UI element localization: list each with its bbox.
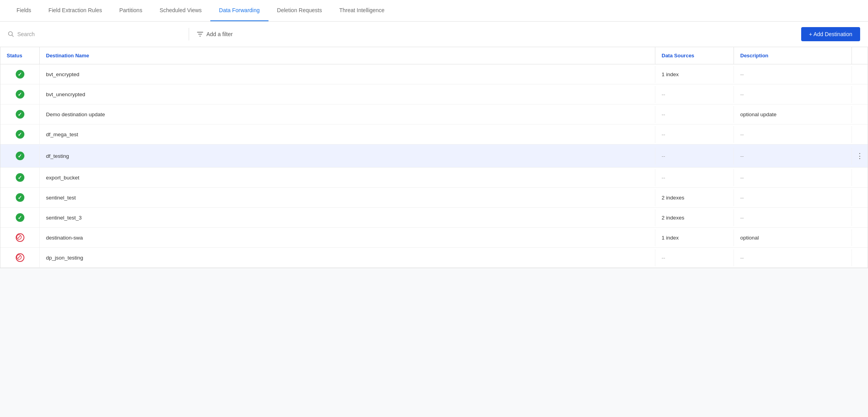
actions-cell xyxy=(852,89,868,100)
description-cell: -- xyxy=(734,148,852,165)
status-cell xyxy=(0,104,40,124)
destination-name-cell: dp_json_testing xyxy=(40,249,655,266)
status-ok-icon xyxy=(16,152,24,160)
table-row[interactable]: df_mega_test---- xyxy=(0,124,868,144)
more-actions-button[interactable]: ⋮ xyxy=(853,150,866,162)
table-scroll-wrapper: Status Destination Name Data Sources Des… xyxy=(0,47,868,268)
status-blocked-icon xyxy=(16,253,24,262)
actions-cell: ⋮ xyxy=(852,144,868,167)
col-header-destination-name: Destination Name xyxy=(40,47,655,64)
table-row[interactable]: sentinel_test_32 indexes-- xyxy=(0,208,868,228)
col-header-status: Status xyxy=(0,47,40,64)
status-cell xyxy=(0,248,40,267)
status-ok-icon xyxy=(16,110,24,119)
data-table: Status Destination Name Data Sources Des… xyxy=(0,47,868,268)
data-sources-cell: -- xyxy=(655,86,734,103)
search-placeholder: Search xyxy=(17,31,35,37)
data-sources-cell: -- xyxy=(655,169,734,186)
search-box[interactable]: Search xyxy=(8,31,181,37)
destination-name-cell: export_bucket xyxy=(40,169,655,186)
toolbar: Search Add a filter + Add Destination xyxy=(0,22,868,47)
actions-cell xyxy=(852,172,868,183)
table-row[interactable]: destination-swa1 indexoptional xyxy=(0,228,868,248)
svg-line-1 xyxy=(12,35,14,37)
description-cell: optional xyxy=(734,229,852,246)
destination-name-cell: destination-swa xyxy=(40,229,655,246)
actions-cell xyxy=(852,252,868,263)
status-cell xyxy=(0,228,40,247)
tab-threat-intelligence[interactable]: Threat Intelligence xyxy=(331,0,393,21)
destination-name-cell: sentinel_test_3 xyxy=(40,209,655,226)
status-cell xyxy=(0,188,40,207)
actions-cell xyxy=(852,129,868,140)
tab-data-forwarding[interactable]: Data Forwarding xyxy=(210,0,268,21)
table-row[interactable]: dp_json_testing---- xyxy=(0,248,868,268)
destination-name-cell: df_mega_test xyxy=(40,126,655,143)
tab-deletion-requests[interactable]: Deletion Requests xyxy=(268,0,331,21)
status-ok-icon xyxy=(16,173,24,182)
table-header: Status Destination Name Data Sources Des… xyxy=(0,47,868,64)
data-sources-cell: 1 index xyxy=(655,66,734,83)
actions-cell xyxy=(852,69,868,80)
table-row[interactable]: sentinel_test2 indexes-- xyxy=(0,188,868,208)
data-sources-cell: 2 indexes xyxy=(655,189,734,206)
description-cell: -- xyxy=(734,66,852,83)
status-blocked-icon xyxy=(16,233,24,242)
data-sources-cell: -- xyxy=(655,126,734,143)
status-ok-icon xyxy=(16,193,24,202)
destination-name-cell: bvt_encrypted xyxy=(40,66,655,83)
data-sources-cell: -- xyxy=(655,106,734,123)
destination-name-cell: Demo destination update xyxy=(40,106,655,123)
actions-cell xyxy=(852,212,868,223)
data-sources-cell: 1 index xyxy=(655,229,734,246)
data-sources-cell: 2 indexes xyxy=(655,209,734,226)
actions-cell xyxy=(852,109,868,120)
table-row[interactable]: bvt_unencrypted---- xyxy=(0,84,868,104)
status-cell xyxy=(0,64,40,84)
tab-scheduled-views[interactable]: Scheduled Views xyxy=(151,0,210,21)
search-icon xyxy=(8,31,14,37)
description-cell: -- xyxy=(734,189,852,206)
data-sources-cell: -- xyxy=(655,148,734,165)
description-cell: optional update xyxy=(734,106,852,123)
col-header-data-sources: Data Sources xyxy=(655,47,734,64)
actions-cell xyxy=(852,192,868,203)
filter-label: Add a filter xyxy=(206,31,233,37)
table-row[interactable]: df_testing----⋮ xyxy=(0,144,868,168)
filter-box[interactable]: Add a filter xyxy=(197,31,233,37)
status-cell xyxy=(0,84,40,104)
status-cell xyxy=(0,124,40,144)
col-header-description: Description xyxy=(734,47,852,64)
status-ok-icon xyxy=(16,213,24,222)
description-cell: -- xyxy=(734,249,852,266)
description-cell: -- xyxy=(734,126,852,143)
description-cell: -- xyxy=(734,169,852,186)
add-destination-button[interactable]: + Add Destination xyxy=(801,27,860,41)
status-cell xyxy=(0,146,40,166)
destination-name-cell: df_testing xyxy=(40,148,655,165)
data-sources-cell: -- xyxy=(655,249,734,266)
divider xyxy=(189,28,189,40)
table-row[interactable]: export_bucket---- xyxy=(0,168,868,188)
destination-name-cell: sentinel_test xyxy=(40,189,655,206)
status-cell xyxy=(0,168,40,187)
filter-icon xyxy=(197,31,203,37)
col-header-actions xyxy=(852,47,868,64)
status-ok-icon xyxy=(16,70,24,79)
table-row[interactable]: Demo destination update--optional update xyxy=(0,104,868,124)
description-cell: -- xyxy=(734,86,852,103)
actions-cell xyxy=(852,232,868,243)
description-cell: -- xyxy=(734,209,852,226)
table-row[interactable]: bvt_encrypted1 index-- xyxy=(0,64,868,84)
destination-name-cell: bvt_unencrypted xyxy=(40,86,655,103)
tab-fields[interactable]: Fields xyxy=(8,0,40,21)
tab-partitions[interactable]: Partitions xyxy=(111,0,151,21)
tab-field-extraction-rules[interactable]: Field Extraction Rules xyxy=(40,0,110,21)
status-ok-icon xyxy=(16,130,24,139)
status-ok-icon xyxy=(16,90,24,99)
nav-tabs: Fields Field Extraction Rules Partitions… xyxy=(0,0,868,22)
status-cell xyxy=(0,208,40,227)
table-body: bvt_encrypted1 index--bvt_unencrypted---… xyxy=(0,64,868,268)
